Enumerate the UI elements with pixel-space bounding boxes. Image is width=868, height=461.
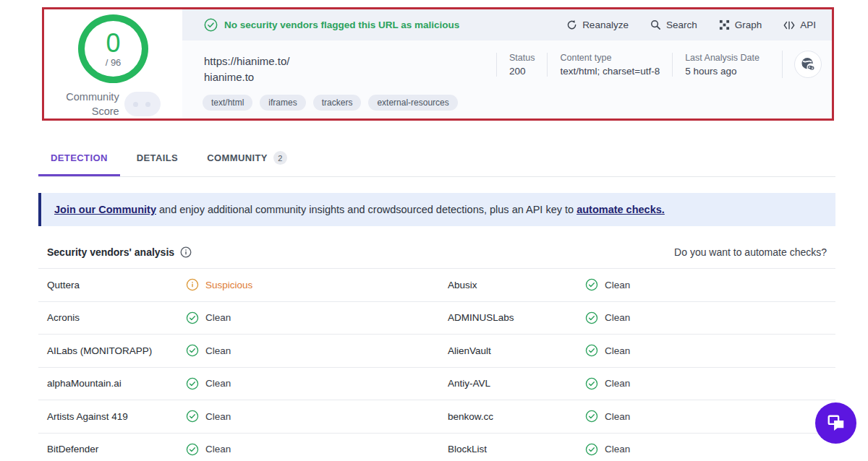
suspicious-icon: [186, 278, 199, 291]
verdict-bar: No security vendors flagged this URL as …: [182, 9, 832, 40]
reanalyze-label: Reanalyze: [582, 20, 629, 30]
vendor-name: BitDefender: [47, 444, 186, 454]
table-row: Artists Against 419Cleanbenkow.ccClean: [38, 400, 835, 434]
chat-fab-button[interactable]: [815, 402, 856, 444]
url-tags: text/html iframes trackers external-reso…: [203, 95, 458, 111]
last-analysis-value: 5 hours ago: [685, 66, 760, 77]
analyzed-domain: hianime.to: [204, 71, 254, 83]
banner-middle-text: and enjoy additional community insights …: [156, 204, 576, 215]
vendor-name: AILabs (MONITORAPP): [47, 345, 186, 356]
status-label: Status: [509, 53, 535, 63]
vendor-result: Clean: [585, 410, 835, 423]
score-total: / 96: [106, 57, 122, 68]
vendor-result: Clean: [585, 377, 835, 390]
vendor-name: alphaMountain.ai: [47, 378, 186, 389]
community-score-panel: 0 / 96 CommunityScore: [44, 9, 182, 119]
analyzed-url: https://hianime.to/: [204, 55, 289, 67]
automate-checks-prompt[interactable]: Do you want to automate checks?: [674, 246, 827, 258]
tag-iframes[interactable]: iframes: [260, 95, 305, 111]
tag-trackers[interactable]: trackers: [313, 95, 362, 111]
content-type-value: text/html; charset=utf-8: [560, 66, 660, 77]
community-vote-widget[interactable]: [124, 92, 161, 116]
vendor-result: Clean: [585, 344, 835, 357]
community-score-label: CommunityScore: [66, 90, 119, 119]
info-icon[interactable]: [180, 246, 192, 258]
vendor-name: AlienVault: [448, 345, 585, 356]
clean-icon: [186, 311, 199, 324]
vendor-result: Clean: [186, 344, 448, 357]
status-value: 200: [509, 66, 535, 77]
tab-community-label: COMMUNITY: [207, 152, 268, 163]
url-globe-link-icon: [794, 51, 822, 78]
clean-icon: [585, 377, 598, 390]
table-row: BitDefenderCleanBlockListClean: [38, 434, 835, 461]
api-button[interactable]: API: [783, 20, 816, 30]
tag-external-resources[interactable]: external-resources: [368, 95, 457, 111]
join-community-link[interactable]: Join our Community: [54, 204, 156, 215]
table-row: alphaMountain.aiCleanAntiy-AVLClean: [38, 368, 835, 401]
annotation-rectangle-report-header: 0 / 96 CommunityScore No security vendor…: [42, 7, 834, 121]
reanalyze-icon: [566, 20, 577, 30]
clean-icon: [186, 377, 199, 390]
clean-icon: [585, 344, 598, 357]
graph-button[interactable]: Graph: [719, 20, 762, 30]
tag-text-html[interactable]: text/html: [203, 95, 252, 111]
graph-icon: [719, 20, 730, 30]
score-value: 0: [106, 30, 120, 56]
search-button[interactable]: Search: [650, 20, 697, 30]
url-info-area: https://hianime.to/ hianime.to Status 20…: [182, 40, 832, 119]
clean-icon: [585, 443, 598, 456]
vendors-analysis-title: Security vendors' analysis: [47, 246, 174, 258]
table-row: AcronisCleanADMINUSLabsClean: [38, 302, 835, 335]
vendor-result: Clean: [186, 410, 448, 423]
reanalyze-button[interactable]: Reanalyze: [566, 20, 629, 30]
url-meta-row: Status 200 Content type text/html; chars…: [496, 51, 822, 78]
report-content: DETECTION DETAILS COMMUNITY 2 Join our C…: [0, 121, 868, 461]
api-label: API: [800, 20, 816, 30]
join-community-banner: Join our Community and enjoy additional …: [38, 193, 835, 226]
automate-checks-link[interactable]: automate checks.: [576, 204, 665, 215]
tab-details[interactable]: DETAILS: [124, 140, 190, 176]
vendor-table: QutteraSuspiciousAbusixCleanAcronisClean…: [38, 268, 835, 461]
vendors-analysis-header: Security vendors' analysis Do you want t…: [38, 241, 835, 268]
report-tabs: DETECTION DETAILS COMMUNITY 2: [38, 140, 835, 177]
verdict-text: No security vendors flagged this URL as …: [224, 20, 459, 30]
vendor-name: Abusix: [448, 280, 585, 290]
graph-label: Graph: [735, 20, 762, 30]
vendor-result: Suspicious: [186, 278, 448, 291]
tab-detection[interactable]: DETECTION: [38, 140, 120, 176]
clean-icon: [186, 410, 199, 423]
vendor-name: Antiy-AVL: [448, 378, 585, 389]
community-count-badge: 2: [273, 151, 287, 165]
vendor-name: ADMINUSLabs: [448, 312, 585, 323]
last-analysis-label: Last Analysis Date: [685, 53, 760, 63]
check-circle-icon: [204, 18, 218, 32]
clean-icon: [585, 410, 598, 423]
vendor-name: Artists Against 419: [47, 411, 186, 422]
vendor-name: Acronis: [47, 312, 186, 323]
tab-detection-label: DETECTION: [51, 152, 108, 163]
search-label: Search: [666, 20, 697, 30]
vendor-result: Clean: [186, 443, 448, 456]
meta-content-type: Content type text/html; charset=utf-8: [547, 53, 672, 77]
tab-details-label: DETAILS: [137, 152, 178, 163]
tab-community[interactable]: COMMUNITY 2: [195, 140, 299, 176]
clean-icon: [186, 443, 199, 456]
vendor-name: benkow.cc: [448, 411, 585, 422]
vendor-name: BlockList: [448, 444, 585, 454]
search-icon: [650, 20, 661, 30]
report-details-panel: No security vendors flagged this URL as …: [182, 9, 832, 119]
clean-icon: [585, 311, 598, 324]
meta-status: Status 200: [496, 53, 547, 77]
table-row: AILabs (MONITORAPP)CleanAlienVaultClean: [38, 335, 835, 368]
meta-last-analysis: Last Analysis Date 5 hours ago: [672, 53, 772, 77]
vendor-name: Quttera: [47, 280, 186, 290]
vendor-result: Clean: [585, 311, 835, 324]
vendor-result: Clean: [186, 311, 448, 324]
virustotal-url-report-page: 0 / 96 CommunityScore No security vendor…: [0, 0, 868, 461]
api-icon: [783, 20, 795, 30]
vendor-result: Clean: [186, 377, 448, 390]
clean-icon: [186, 344, 199, 357]
content-type-label: Content type: [560, 53, 660, 63]
vendor-result: Clean: [585, 443, 835, 456]
